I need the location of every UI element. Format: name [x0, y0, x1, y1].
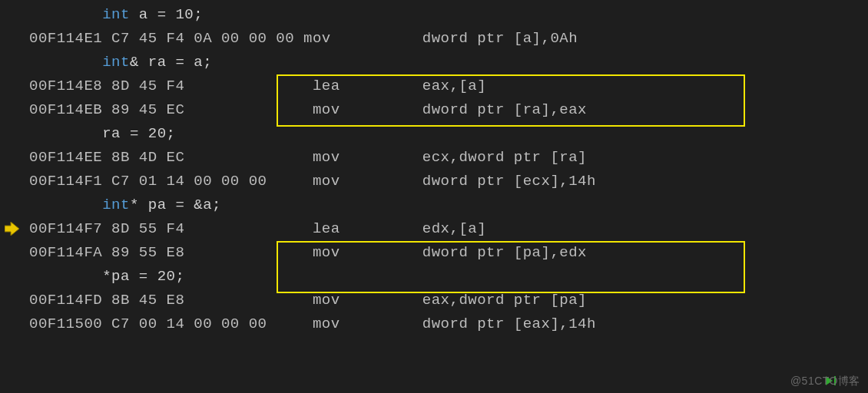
- watermark: @51CTO博客: [790, 375, 860, 388]
- code-text: int a = 10;: [29, 3, 203, 27]
- gutter: [0, 265, 29, 289]
- code-line[interactable]: int* pa = &a;: [0, 193, 868, 217]
- code-line[interactable]: 00F114E8 8D 45 F4 lea eax,[a]: [0, 74, 868, 98]
- instruction-pointer-icon: [5, 222, 20, 236]
- code-text: 00F114F7 8D 55 F4 lea edx,[a]: [29, 217, 486, 241]
- code-text: 00F114E1 C7 45 F4 0A 00 00 00 mov dword …: [29, 27, 578, 51]
- gutter: [0, 98, 29, 122]
- gutter: [0, 217, 29, 241]
- code-line[interactable]: 00F114FD 8B 45 E8 mov eax,dword ptr [pa]: [0, 289, 868, 312]
- gutter: [0, 241, 29, 265]
- code-line[interactable]: ra = 20;: [0, 122, 868, 146]
- code-text: int& ra = a;: [29, 51, 212, 74]
- gutter: [0, 74, 29, 98]
- code-text: ra = 20;: [29, 122, 175, 146]
- code-text: 00F114EB 89 45 EC mov dword ptr [ra],eax: [29, 98, 587, 122]
- code-line[interactable]: *pa = 20;: [0, 265, 868, 289]
- gutter: [0, 170, 29, 193]
- code-text: int* pa = &a;: [29, 193, 221, 217]
- code-line[interactable]: 00F114F1 C7 01 14 00 00 00 mov dword ptr…: [0, 170, 868, 193]
- code-line[interactable]: 00F114F7 8D 55 F4 lea edx,[a]: [0, 217, 868, 241]
- gutter: [0, 3, 29, 27]
- gutter: [0, 312, 29, 336]
- gutter: [0, 122, 29, 146]
- code-text: 00F114EE 8B 4D EC mov ecx,dword ptr [ra]: [29, 146, 587, 170]
- code-line[interactable]: 00F114EE 8B 4D EC mov ecx,dword ptr [ra]: [0, 146, 868, 170]
- code-line[interactable]: 00F114EB 89 45 EC mov dword ptr [ra],eax: [0, 98, 868, 122]
- gutter: [0, 51, 29, 74]
- code-line[interactable]: int& ra = a;: [0, 51, 868, 74]
- code-text: *pa = 20;: [29, 265, 184, 289]
- code-line[interactable]: 00F11500 C7 00 14 00 00 00 mov dword ptr…: [0, 312, 868, 336]
- code-text: 00F114FA 89 55 E8 mov dword ptr [pa],edx: [29, 241, 587, 265]
- code-line[interactable]: 00F114FA 89 55 E8 mov dword ptr [pa],edx: [0, 241, 868, 265]
- gutter: [0, 27, 29, 51]
- code-line[interactable]: int a = 10;: [0, 3, 868, 27]
- code-text: 00F114E8 8D 45 F4 lea eax,[a]: [29, 74, 486, 98]
- gutter: [0, 289, 29, 312]
- code-text: 00F114F1 C7 01 14 00 00 00 mov dword ptr…: [29, 170, 596, 193]
- code-text: 00F114FD 8B 45 E8 mov eax,dword ptr [pa]: [29, 289, 587, 312]
- gutter: [0, 146, 29, 170]
- disassembly-editor[interactable]: int a = 10;00F114E1 C7 45 F4 0A 00 00 00…: [0, 0, 868, 336]
- code-line[interactable]: 00F114E1 C7 45 F4 0A 00 00 00 mov dword …: [0, 27, 868, 51]
- gutter: [0, 193, 29, 217]
- code-text: 00F11500 C7 00 14 00 00 00 mov dword ptr…: [29, 312, 596, 336]
